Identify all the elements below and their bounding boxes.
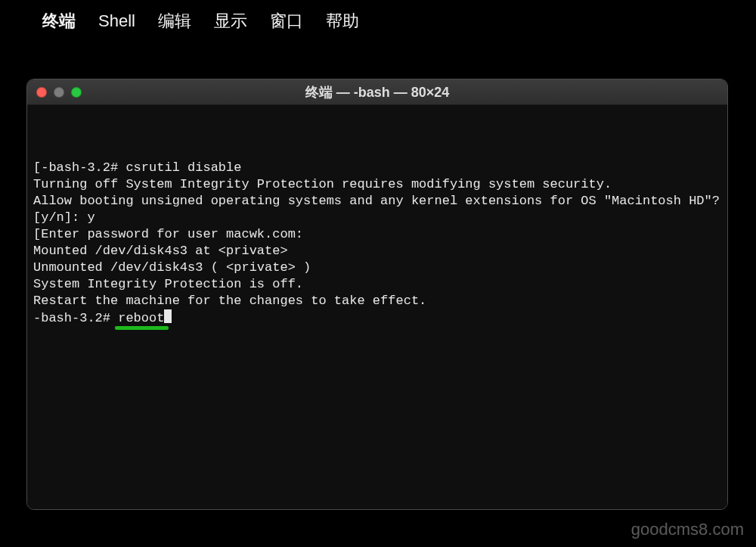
minimize-icon[interactable] xyxy=(54,87,64,98)
terminal-line: [Enter password for user macwk.com: xyxy=(33,226,721,243)
close-icon[interactable] xyxy=(36,87,47,98)
terminal-line: Mounted /dev/disk4s3 at <private> xyxy=(33,243,721,260)
menubar-item-window[interactable]: 窗口 xyxy=(268,7,305,36)
terminal-line: [-bash-3.2# csrutil disable xyxy=(33,160,721,176)
terminal-line: Restart the machine for the changes to t… xyxy=(33,293,721,309)
menubar-item-help[interactable]: 帮助 xyxy=(324,7,361,36)
terminal-line: System Integrity Protection is off. xyxy=(33,276,721,293)
terminal-line: Allow booting unsigned operating systems… xyxy=(33,193,721,226)
annotation-underline xyxy=(115,326,169,330)
typed-command: reboot xyxy=(118,311,164,325)
terminal-cursor xyxy=(164,309,172,323)
menubar-app-name[interactable]: 终端 xyxy=(41,7,77,36)
terminal-line: Unmounted /dev/disk4s3 ( <private> ) xyxy=(33,260,721,276)
window-titlebar[interactable]: 终端 — -bash — 80×24 xyxy=(27,79,727,105)
apple-logo-icon[interactable] xyxy=(9,20,21,23)
scrollbar[interactable] xyxy=(717,105,727,509)
terminal-prompt-line: -bash-3.2# reboot xyxy=(33,309,721,327)
terminal-window: 终端 — -bash — 80×24 [-bash-3.2# csrutil d… xyxy=(26,79,728,510)
maximize-icon[interactable] xyxy=(71,87,82,98)
terminal-line: Turning off System Integrity Protection … xyxy=(33,176,721,193)
macos-menubar: 终端 Shell 编辑 显示 窗口 帮助 xyxy=(0,0,756,42)
menubar-item-edit[interactable]: 编辑 xyxy=(156,7,193,36)
shell-prompt: -bash-3.2# xyxy=(33,311,118,325)
terminal-output[interactable]: [-bash-3.2# csrutil disableTurning off S… xyxy=(27,105,727,509)
window-title: 终端 — -bash — 80×24 xyxy=(27,83,727,101)
menubar-item-view[interactable]: 显示 xyxy=(212,7,249,36)
watermark-text: goodcms8.com xyxy=(631,520,744,539)
traffic-lights xyxy=(27,87,82,98)
menubar-item-shell[interactable]: Shell xyxy=(97,8,137,34)
